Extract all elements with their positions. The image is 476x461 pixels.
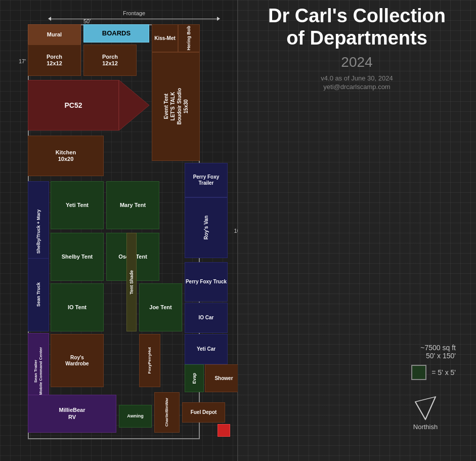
evap-element: Evap bbox=[185, 364, 204, 392]
perry-foxy-truck-element: Perry Foxy Truck bbox=[185, 262, 228, 302]
kiss-met-element: Kiss-Met bbox=[152, 24, 178, 52]
fifty-label: 50' bbox=[83, 18, 91, 24]
svg-marker-0 bbox=[119, 80, 149, 131]
seventeen-label: 17' bbox=[19, 58, 26, 64]
email-info: yeti@drcarlscamp.com bbox=[248, 83, 466, 91]
kitchen-element: Kitchen10x20 bbox=[28, 136, 104, 176]
map-panel: Frontage 50' 17' 100' Mural BOARDS Kiss-… bbox=[0, 0, 238, 461]
frontage-label: Frontage bbox=[43, 10, 225, 21]
hering-bob-text: Hering Bob bbox=[186, 26, 192, 51]
legend-area: = 5' x 5' bbox=[411, 365, 456, 380]
map-container: Frontage 50' 17' 100' Mural BOARDS Kiss-… bbox=[18, 10, 235, 450]
hering-bob-element: Hering Bob bbox=[178, 24, 200, 52]
shower-element: Shower bbox=[205, 364, 243, 392]
tent-shade-element: Tent Shade bbox=[126, 233, 137, 331]
north-arrow: Northish bbox=[410, 392, 441, 431]
title-line1: Dr Carl's Collection of Departments bbox=[248, 5, 466, 49]
awning-element: Awning bbox=[119, 405, 152, 428]
event-tent-element: Event TentLET'S TALKBoudoir Studio15x30 bbox=[152, 52, 200, 161]
foxy-perry-hut-element: FoxyPerryHut bbox=[139, 334, 160, 387]
io-car-element: IO Car bbox=[185, 303, 228, 333]
io-tent-element: IO Tent bbox=[51, 283, 104, 331]
yeti-tent-element: Yeti Tent bbox=[51, 181, 104, 229]
frontage-text: Frontage bbox=[123, 10, 145, 16]
fuel-red-box-element bbox=[218, 424, 230, 437]
roys-wardrobe-element: Roy'sWardrobe bbox=[51, 334, 104, 387]
north-arrow-icon bbox=[410, 392, 441, 422]
title-year: 2024 bbox=[248, 54, 466, 70]
north-label: Northish bbox=[413, 423, 438, 431]
arc-element bbox=[180, 415, 215, 440]
charlie-bin-war-element: Charlie/BinWar bbox=[154, 392, 180, 433]
sqft-text: ~7500 sq ft 50' x 150' bbox=[420, 344, 456, 360]
mural-element: Mural bbox=[28, 24, 81, 46]
legend-box bbox=[411, 365, 426, 380]
porch2-element: Porch12x12 bbox=[83, 45, 137, 76]
porch1-element: Porch12x12 bbox=[28, 45, 81, 76]
title-area: Dr Carl's Collection of Departments 2024… bbox=[248, 5, 466, 91]
legend-text: = 5' x 5' bbox=[431, 368, 456, 376]
yeti-car-element: Yeti Car bbox=[185, 334, 228, 364]
sean-truck-element: Sean Truck bbox=[28, 258, 49, 331]
joe-tent-element: Joe Tent bbox=[139, 283, 182, 331]
pc52-element: PC52 bbox=[28, 80, 119, 131]
pc52-triangle bbox=[119, 80, 149, 131]
boards-element: BOARDS bbox=[83, 24, 149, 43]
roys-van-element: Roy's Van bbox=[185, 197, 228, 258]
shelby-tent-element: Shelby Tent bbox=[51, 233, 104, 281]
version-info: v4.0 as of June 30, 2024 bbox=[248, 74, 466, 82]
millibear-rv-element: MillieBearRV bbox=[28, 395, 116, 433]
mary-tent-element: Mary Tent bbox=[106, 181, 159, 229]
info-panel: Dr Carl's Collection of Departments 2024… bbox=[238, 0, 476, 461]
perry-foxy-trailer-element: Perry FoxyTrailer bbox=[185, 163, 228, 197]
